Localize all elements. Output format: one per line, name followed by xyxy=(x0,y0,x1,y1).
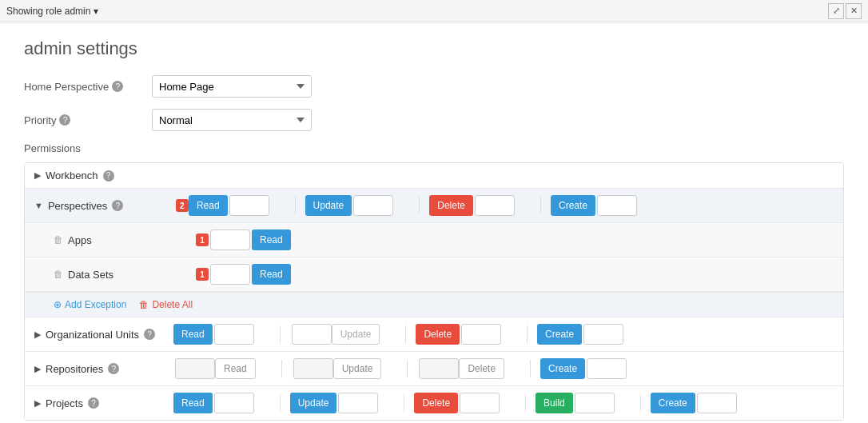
repositories-delete-input[interactable] xyxy=(419,358,459,379)
org-units-delete-button[interactable]: Delete xyxy=(416,324,460,345)
add-exception-plus-icon: ⊕ xyxy=(54,299,62,310)
perspectives-create-group: Create xyxy=(551,195,637,216)
repositories-update-input[interactable] xyxy=(293,358,333,379)
projects-read-input[interactable] xyxy=(214,393,254,413)
projects-label: Projects ? xyxy=(46,397,173,409)
projects-create-button[interactable]: Create xyxy=(651,393,695,413)
projects-update-button[interactable]: Update xyxy=(290,393,337,413)
workbench-help-icon[interactable]: ? xyxy=(103,170,114,182)
perspectives-delete-input[interactable] xyxy=(475,195,515,216)
org-units-create-group: Create xyxy=(537,324,623,345)
projects-create-input[interactable] xyxy=(697,393,737,413)
page-title: admin settings xyxy=(24,38,844,59)
projects-read-button[interactable]: Read xyxy=(173,393,213,413)
divider-7 xyxy=(281,360,282,377)
repositories-create-group: Create xyxy=(540,358,627,379)
apps-read-input[interactable] xyxy=(210,229,250,250)
datasets-row: 🗑 Data Sets 1 Read xyxy=(25,257,843,292)
perspectives-badge: 2 xyxy=(176,199,189,212)
org-units-update-input[interactable] xyxy=(292,324,332,345)
datasets-badge: 1 xyxy=(196,268,209,281)
projects-build-group: Build xyxy=(536,393,615,413)
perspectives-update-group: Update xyxy=(305,195,394,216)
delete-all-button[interactable]: 🗑 Delete All xyxy=(139,299,193,310)
priority-label: Priority ? xyxy=(24,114,152,126)
projects-read-group: Read xyxy=(173,393,254,413)
perspectives-update-button[interactable]: Update xyxy=(305,195,352,216)
perspectives-label: Perspectives ? xyxy=(48,200,176,212)
divider-12 xyxy=(525,394,526,412)
perspectives-create-button[interactable]: Create xyxy=(551,195,595,216)
projects-delete-button[interactable]: Delete xyxy=(414,393,458,413)
repositories-delete-group: Delete xyxy=(417,358,504,379)
repositories-read-group: Read xyxy=(173,358,256,379)
divider-2 xyxy=(419,197,420,214)
perspectives-read-group: 2 Read xyxy=(176,195,269,216)
repositories-row: ▶ Repositories ? Read Update Delete xyxy=(25,352,843,386)
org-units-read-group: Read xyxy=(173,324,254,345)
apps-read-group: 1 Read xyxy=(196,229,291,250)
perspectives-read-button[interactable]: Read xyxy=(189,195,228,216)
perspectives-delete-button[interactable]: Delete xyxy=(429,195,473,216)
showing-role-text: Showing role admin xyxy=(6,6,90,17)
perspectives-chevron[interactable]: ▼ xyxy=(34,201,43,210)
repositories-help-icon[interactable]: ? xyxy=(108,363,119,374)
repositories-chevron[interactable]: ▶ xyxy=(34,364,41,374)
home-perspective-label: Home Perspective ? xyxy=(24,81,152,93)
org-units-delete-group: Delete xyxy=(416,324,501,345)
projects-update-input[interactable] xyxy=(338,393,378,413)
datasets-read-button[interactable]: Read xyxy=(252,264,291,285)
apps-row: 🗑 Apps 1 Read xyxy=(25,223,843,257)
org-units-read-input[interactable] xyxy=(214,324,254,345)
datasets-trash-icon[interactable]: 🗑 xyxy=(54,269,63,280)
divider-3 xyxy=(540,197,541,214)
perspectives-row: ▼ Perspectives ? 2 Read Update Delete xyxy=(25,189,843,223)
org-units-delete-input[interactable] xyxy=(461,324,501,345)
expand-button[interactable]: ⤢ xyxy=(828,3,844,19)
repositories-read-input[interactable] xyxy=(175,358,215,379)
projects-help-icon[interactable]: ? xyxy=(88,397,99,409)
home-perspective-select[interactable]: Home Page xyxy=(152,75,312,98)
projects-row: ▶ Projects ? Read Update Delete xyxy=(25,386,843,420)
apps-trash-icon[interactable]: 🗑 xyxy=(54,234,63,245)
perspectives-help-icon[interactable]: ? xyxy=(112,200,123,211)
projects-update-group: Update xyxy=(290,393,379,413)
divider-1 xyxy=(295,197,296,214)
projects-delete-group: Delete xyxy=(414,393,500,413)
repositories-delete-button[interactable]: Delete xyxy=(459,358,504,379)
repositories-read-button[interactable]: Read xyxy=(215,358,256,379)
org-units-create-input[interactable] xyxy=(583,324,623,345)
projects-chevron[interactable]: ▶ xyxy=(34,398,41,409)
datasets-read-input[interactable] xyxy=(210,264,250,285)
projects-build-input[interactable] xyxy=(575,393,615,413)
apps-read-button[interactable]: Read xyxy=(252,229,291,250)
perspectives-delete-group: Delete xyxy=(429,195,515,216)
dropdown-arrow-icon[interactable]: ▾ xyxy=(94,6,98,17)
workbench-row: ▶ Workbench ? xyxy=(25,163,843,189)
workbench-chevron[interactable]: ▶ xyxy=(34,170,41,181)
org-units-read-button[interactable]: Read xyxy=(173,324,213,345)
perspectives-read-input[interactable] xyxy=(229,195,269,216)
repositories-update-button[interactable]: Update xyxy=(333,358,382,379)
repositories-update-group: Update xyxy=(292,358,382,379)
priority-help-icon[interactable]: ? xyxy=(59,114,70,126)
showing-role-area: Showing role admin ▾ xyxy=(6,6,98,17)
projects-delete-input[interactable] xyxy=(460,393,500,413)
delete-all-trash-icon: 🗑 xyxy=(139,299,149,310)
add-exception-button[interactable]: ⊕ Add Exception xyxy=(54,299,126,310)
apps-label: Apps xyxy=(68,234,196,246)
projects-build-button[interactable]: Build xyxy=(536,393,573,413)
perspectives-create-input[interactable] xyxy=(597,195,637,216)
repositories-create-input[interactable] xyxy=(587,358,627,379)
repositories-create-button[interactable]: Create xyxy=(540,358,585,379)
datasets-perm-buttons: 1 Read xyxy=(196,264,834,285)
perspectives-update-input[interactable] xyxy=(353,195,393,216)
home-perspective-help-icon[interactable]: ? xyxy=(112,81,123,92)
org-units-chevron[interactable]: ▶ xyxy=(34,329,41,340)
priority-select[interactable]: Normal xyxy=(152,109,312,131)
divider-13 xyxy=(640,394,641,412)
org-units-update-button[interactable]: Update xyxy=(332,324,380,345)
org-units-help-icon[interactable]: ? xyxy=(144,329,155,340)
close-button[interactable]: ✕ xyxy=(846,3,862,19)
org-units-create-button[interactable]: Create xyxy=(537,324,582,345)
